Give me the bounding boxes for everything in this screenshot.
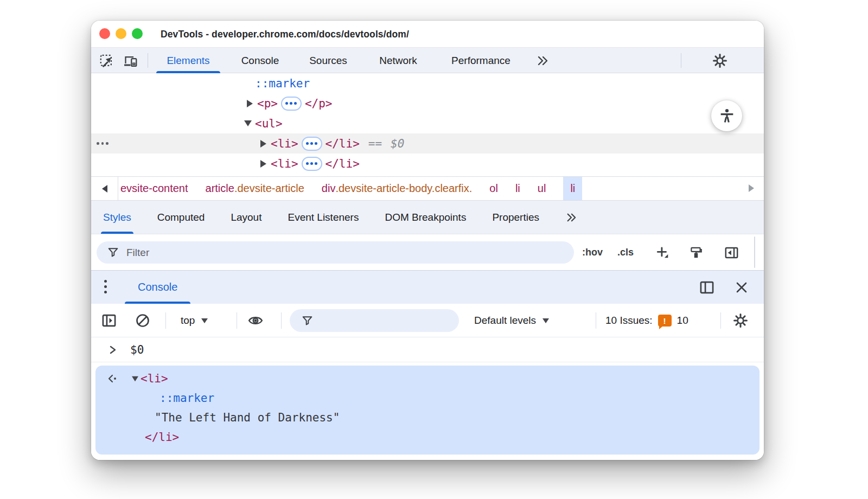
- drawer-menu-kebab-icon[interactable]: [104, 280, 107, 293]
- new-style-rule-icon[interactable]: [654, 245, 671, 261]
- filter-funnel-icon: [302, 315, 313, 327]
- elements-dom-tree: ::marker <p> </p> <ul> <li> </li> == $0 …: [91, 73, 764, 176]
- dock-sidebar-icon[interactable]: [723, 245, 739, 261]
- row-actions-icon[interactable]: [97, 142, 108, 145]
- main-toolbar: Elements Console Sources Network Perform…: [91, 48, 764, 73]
- console-result-highlighted[interactable]: <li> ::marker "The Left Hand of Darkness…: [95, 366, 760, 455]
- element-classes-button[interactable]: .cls: [617, 234, 634, 270]
- breadcrumb-item[interactable]: ol: [489, 177, 498, 200]
- close-drawer-icon[interactable]: [733, 279, 750, 296]
- expand-arrow-icon[interactable]: [260, 160, 266, 168]
- expand-ellipsis-icon[interactable]: [302, 157, 322, 171]
- breadcrumb-item[interactable]: li: [515, 177, 520, 200]
- tab-properties[interactable]: Properties: [492, 201, 539, 234]
- rendering-brush-icon[interactable]: [688, 245, 704, 261]
- accessibility-icon[interactable]: [711, 100, 742, 131]
- tab-styles[interactable]: Styles: [103, 201, 131, 234]
- live-expression-eye-icon[interactable]: [247, 312, 264, 329]
- log-levels-selector[interactable]: Default levels: [474, 304, 549, 337]
- tab-console[interactable]: Console: [231, 48, 289, 73]
- dom-row-p[interactable]: <p> </p>: [91, 93, 764, 113]
- execution-context-selector[interactable]: top: [181, 304, 208, 337]
- console-toolbar: top Default levels 10 Issues: ! 10: [91, 304, 764, 337]
- expand-arrow-icon[interactable]: [247, 100, 253, 107]
- prompt-chevron-icon: [110, 345, 117, 355]
- equals-token: ==: [368, 137, 382, 150]
- inspect-element-icon[interactable]: [99, 53, 114, 68]
- expand-arrow-icon[interactable]: [260, 140, 266, 148]
- issues-icon: !: [658, 315, 672, 327]
- styles-tab-bar: Styles Computed Layout Event Listeners D…: [91, 201, 764, 234]
- tab-dom-breakpoints[interactable]: DOM Breakpoints: [385, 201, 466, 234]
- result-line-open-tag[interactable]: <li>: [95, 369, 168, 388]
- more-tabs-icon[interactable]: [565, 201, 577, 234]
- tab-event-listeners[interactable]: Event Listeners: [288, 201, 359, 234]
- tab-elements[interactable]: Elements: [155, 48, 221, 73]
- console-drawer-header: Console: [91, 270, 764, 304]
- console-sidebar-icon[interactable]: [101, 312, 117, 329]
- tab-performance[interactable]: Performance: [438, 48, 524, 73]
- console-filter-input[interactable]: [320, 315, 450, 327]
- expand-ellipsis-icon[interactable]: [281, 97, 302, 111]
- dom-row-marker[interactable]: ::marker: [91, 73, 764, 93]
- pseudo-element-token[interactable]: ::marker: [255, 77, 310, 90]
- breadcrumb: evsite-content article.devsite-article d…: [91, 176, 764, 201]
- dom-row-ul[interactable]: <ul>: [91, 113, 764, 133]
- console-filter-field[interactable]: [290, 309, 459, 332]
- more-tabs-icon[interactable]: [535, 53, 550, 68]
- styles-filter-row: :hov .cls: [91, 234, 764, 270]
- minimize-window-button[interactable]: [116, 28, 126, 39]
- clear-console-icon[interactable]: [135, 312, 151, 329]
- drawer-tab-console[interactable]: Console: [125, 271, 190, 304]
- dom-row-li[interactable]: <li> </li>: [91, 153, 764, 174]
- devtools-window: DevTools - developer.chrome.com/docs/dev…: [91, 21, 764, 460]
- split-panel-icon[interactable]: [699, 279, 715, 296]
- console-messages: $0 <li> ::marker "The Left Hand of Darkn…: [91, 337, 764, 460]
- collapse-arrow-icon[interactable]: [132, 376, 138, 381]
- dom-row-li-selected[interactable]: <li> </li> == $0: [91, 133, 764, 153]
- settings-gear-icon[interactable]: [712, 53, 727, 68]
- breadcrumb-item-selected[interactable]: li: [563, 177, 582, 200]
- styles-filter-field[interactable]: [97, 241, 574, 264]
- console-settings-gear-icon[interactable]: [732, 312, 749, 329]
- console-history-entry[interactable]: $0: [91, 337, 764, 362]
- filter-funnel-icon: [107, 247, 119, 258]
- console-input-expression: $0: [130, 343, 144, 356]
- toolbar-divider: [681, 53, 681, 68]
- chevron-down-icon: [542, 318, 549, 323]
- tab-sources[interactable]: Sources: [299, 48, 357, 73]
- toggle-element-state-button[interactable]: :hov: [582, 234, 603, 270]
- scrollbar[interactable]: [754, 236, 755, 268]
- result-line-marker[interactable]: ::marker: [159, 388, 214, 408]
- result-line-text[interactable]: "The Left Hand of Darkness": [155, 408, 340, 427]
- tab-computed[interactable]: Computed: [157, 201, 205, 234]
- dollar-zero-token: $0: [391, 137, 404, 150]
- issues-counter[interactable]: 10 Issues: ! 10: [605, 304, 688, 337]
- titlebar: DevTools - developer.chrome.com/docs/dev…: [91, 21, 764, 48]
- breadcrumb-item[interactable]: evsite-content: [120, 177, 188, 200]
- close-window-button[interactable]: [99, 28, 110, 39]
- tab-layout[interactable]: Layout: [231, 201, 261, 234]
- device-toolbar-icon[interactable]: [123, 53, 138, 68]
- expand-ellipsis-icon[interactable]: [302, 137, 322, 151]
- return-value-icon: [107, 374, 118, 383]
- breadcrumb-forward-icon[interactable]: [749, 184, 754, 192]
- breadcrumb-back-icon[interactable]: [91, 177, 118, 200]
- window-title: DevTools - developer.chrome.com/docs/dev…: [161, 21, 409, 48]
- chevron-down-icon: [201, 318, 208, 323]
- breadcrumb-item[interactable]: article.devsite-article: [206, 177, 304, 200]
- collapse-arrow-icon[interactable]: [244, 120, 252, 126]
- breadcrumb-item[interactable]: div.devsite-article-body.clearfix.: [322, 177, 473, 200]
- styles-filter-input[interactable]: [126, 247, 550, 259]
- result-line-close-tag[interactable]: </li>: [145, 427, 179, 447]
- toolbar-divider: [148, 53, 148, 68]
- breadcrumb-item[interactable]: ul: [538, 177, 546, 200]
- zoom-window-button[interactable]: [132, 28, 143, 39]
- tab-network[interactable]: Network: [369, 48, 427, 73]
